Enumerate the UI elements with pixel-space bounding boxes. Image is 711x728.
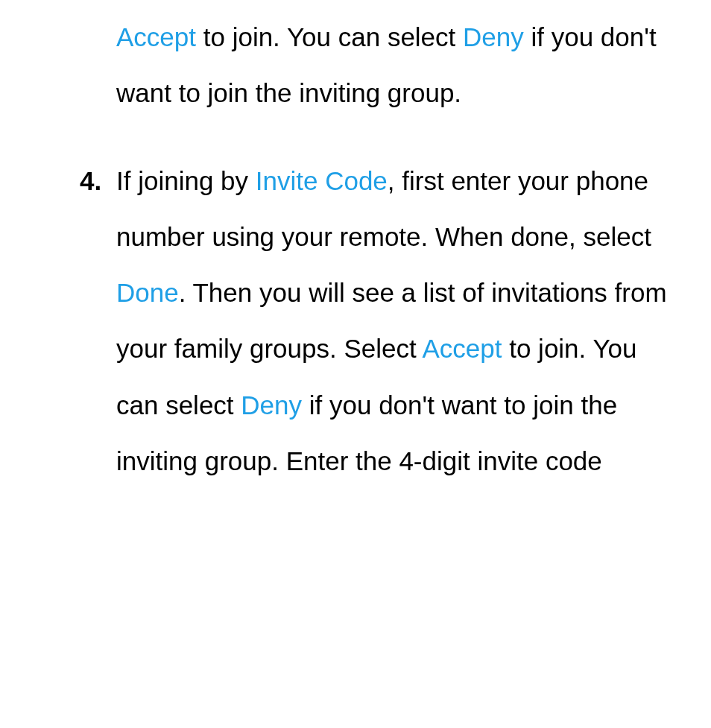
body-text: to join. You can select bbox=[196, 22, 463, 51]
highlight-term: Accept bbox=[422, 334, 502, 363]
step4-container: 4. If joining by Invite Code, first ente… bbox=[116, 153, 671, 490]
document-content: Accept to join. You can select Deny if y… bbox=[0, 9, 711, 489]
highlight-term: Deny bbox=[241, 390, 302, 420]
highlight-term: Accept bbox=[116, 22, 196, 51]
step3-trailing-text: Accept to join. You can select Deny if y… bbox=[116, 9, 671, 121]
body-text: If joining by bbox=[116, 166, 256, 195]
step4-paragraph: If joining by Invite Code, first enter y… bbox=[116, 153, 671, 490]
highlight-term: Done bbox=[116, 278, 179, 307]
step4-number: 4. bbox=[80, 153, 101, 209]
highlight-term: Invite Code bbox=[256, 166, 388, 195]
step3-paragraph: Accept to join. You can select Deny if y… bbox=[116, 9, 671, 121]
highlight-term: Deny bbox=[463, 22, 524, 51]
